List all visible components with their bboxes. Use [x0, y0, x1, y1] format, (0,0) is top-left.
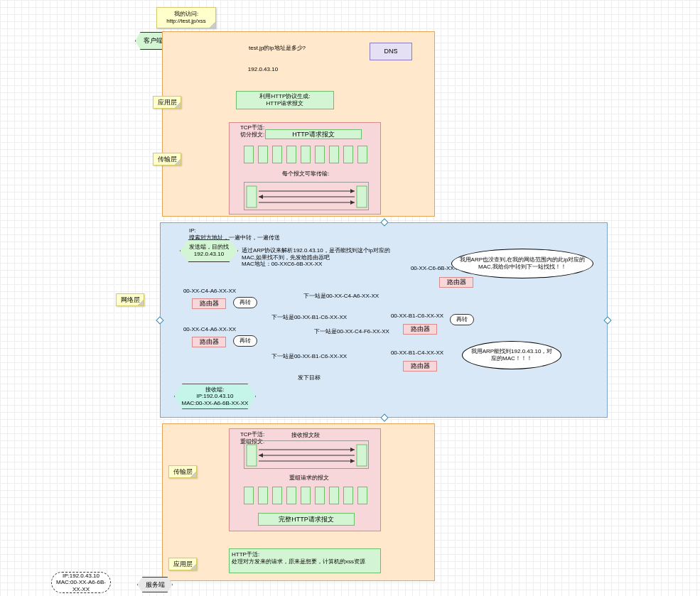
svg-rect-1 [357, 186, 367, 207]
retransmit1-label: 再转 [239, 299, 251, 306]
bubble2-text: 我用ARP能找到192.0.43.10，对应的MAC！！！ [470, 348, 554, 362]
complete-http-label: 完整HTTP请求报文 [279, 516, 334, 524]
rebuild-segments-row [242, 484, 373, 506]
svg-rect-5 [247, 445, 257, 466]
router2-label: 路由器 [200, 300, 219, 308]
retransmit1: 再转 [233, 297, 257, 308]
router2-box: 路由器 [192, 298, 226, 309]
receiver-label: 接收端: IP:192.0.43.10 MAC:00-XX-A6-6B-XX-X… [182, 386, 249, 407]
mac4-label: 00-XX-B1-C6-XX-XX [384, 313, 451, 320]
hop1-label: 下一站是00-XX-C4-A6-XX-XX [295, 293, 387, 300]
dns-query-label: test.jp的ip地址是多少? [235, 45, 320, 52]
bubble1-text: 我用ARP也没查到,在我的网络范围内的此ip对应的MAC,我给你中转到下一站找找… [459, 256, 586, 270]
http-gen-box: 利用HTTP协议生成: HTTP请求报文 [236, 91, 334, 109]
recv-transfer-box [244, 440, 369, 469]
svg-rect-6 [357, 445, 367, 466]
router1-label: 路由器 [447, 278, 466, 286]
app-layer-top-note: 应用层 [153, 96, 181, 109]
mac2-label: 00-XX-C4-A6-XX-XX [176, 288, 243, 295]
visit-note: 我的访问: http://test.jp/xss [156, 7, 216, 28]
router3-box: 路由器 [192, 337, 226, 347]
client-label: 客户端 [144, 37, 163, 45]
transport-bottom-label: 传输层 [173, 468, 193, 476]
server-info-cloud: IP:192.0.43.10 MAC:00-XX-A6-6B-XX-XX [51, 572, 111, 593]
sender-hexagon: 发送端，目的找 192.0.43.10 [180, 239, 238, 262]
reliable-note: 每个报文可靠传输: [270, 170, 341, 178]
note-line2: http://test.jp/xss [166, 18, 206, 25]
hop5-label: 发下目标 [281, 374, 338, 381]
rebuild-label: 重组请求的报文 [277, 475, 341, 482]
transport-top-note: 传输层 [153, 153, 181, 166]
app-bottom-note: 应用层 [168, 558, 197, 570]
http-msg-box: HTTP请求报文 [265, 129, 362, 139]
receiver-hexagon: 接收端: IP:192.0.43.10 MAC:00-XX-A6-6B-XX-X… [174, 384, 256, 409]
transport-top-label: 传输层 [158, 156, 177, 163]
dns-response-label: 192.0.43.10 [235, 66, 291, 73]
server-label: 服务端 [146, 581, 165, 589]
retransmit2: 再转 [450, 314, 474, 325]
svg-rect-0 [247, 186, 257, 207]
bubble1: 我用ARP也没查到,在我的网络范围内的此ip对应的MAC,我给你中转到下一站找找… [451, 249, 593, 278]
router5-label: 路由器 [411, 362, 430, 370]
complete-http-box: 完整HTTP请求报文 [258, 513, 355, 526]
tcp-segments-row [242, 143, 373, 165]
retransmit2-label: 再转 [456, 316, 468, 323]
retransmit3: 再转 [233, 335, 257, 347]
mac5-label: 00-XX-B1-C4-XX-XX [384, 350, 451, 357]
router1-box: 路由器 [439, 277, 473, 288]
http-handle-box: HTTP干活: 处理对方发来的请求，原来是想要，计算机的xss资源 [229, 548, 381, 573]
bubble2: 我用ARP能找到192.0.43.10，对应的MAC！！！ [462, 341, 561, 369]
hop2-label: 下一站是00-XX-B1-C6-XX-XX [263, 314, 355, 321]
router4-box: 路由器 [403, 324, 437, 335]
dns-box: DNS [370, 43, 412, 60]
sender-label: 发送端，目的找 192.0.43.10 [189, 244, 229, 257]
app-bottom-label: 应用层 [173, 560, 193, 568]
retransmit3-label: 再转 [239, 337, 251, 345]
note-line1: 我的访问: [174, 11, 198, 18]
server-info-label: IP:192.0.43.10 MAC:00-XX-A6-6B-XX-XX [52, 573, 110, 593]
mac3-label: 00-XX-C4-A6-XX-XX [176, 326, 243, 333]
dns-label: DNS [384, 48, 397, 55]
network-label: 网络层 [121, 296, 140, 304]
http-gen-label: 利用HTTP协议生成: [259, 93, 310, 100]
recv-label: 接收报文段 [281, 432, 330, 439]
hop3-label: 下一站是00-XX-C4-F6-XX-XX [306, 328, 398, 335]
reliable-transfer-box [244, 182, 369, 210]
hop4-label: 下一站是00-XX-B1-C6-XX-XX [263, 353, 355, 360]
router3-label: 路由器 [200, 338, 219, 346]
app-layer-top-label: 应用层 [158, 99, 177, 107]
transport-bottom-note: 传输层 [168, 465, 197, 478]
router5-box: 路由器 [403, 361, 437, 372]
http-handle-label: HTTP干活: 处理对方发来的请求，原来是想要，计算机的xss资源 [232, 551, 365, 565]
network-note: 网络层 [116, 293, 144, 306]
router4-label: 路由器 [411, 325, 430, 333]
arp-text: 通过ARP协议来解析192.0.43.10，是否能找到这个ip对应的MAC,如果… [242, 247, 398, 268]
http-gen-content: HTTP请求报文 [266, 100, 304, 107]
http-msg-label: HTTP请求报文 [292, 131, 335, 139]
server-hexagon: 服务端 [137, 577, 173, 592]
ip-header-label: IP: 搜索对方地址，一遍中转，一遍传送 [163, 225, 306, 243]
